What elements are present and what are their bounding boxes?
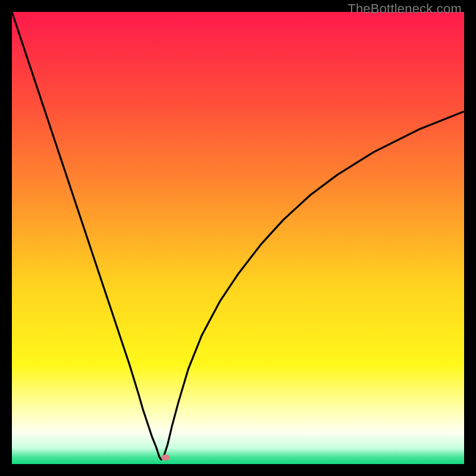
bottleneck-plot [12,12,464,464]
notch-marker [161,455,170,461]
watermark-text: TheBottleneck.com [347,1,462,17]
chart-frame [12,12,464,464]
gradient-background [12,12,464,464]
